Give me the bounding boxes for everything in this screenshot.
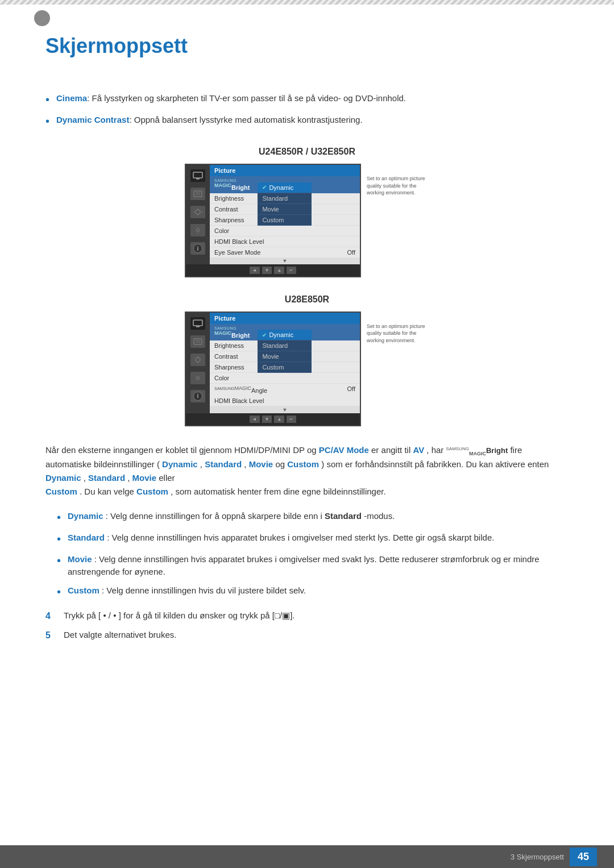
body-text-10: ,	[127, 473, 132, 483]
monitor1-magic-bright-row: SAMSUNG MAGICBright ✔ Dynamic	[210, 176, 360, 193]
sidebar-icon-display	[190, 169, 205, 182]
dynamic-contrast-label: Dynamic Contrast	[56, 115, 129, 124]
monitor2-color: Color	[210, 373, 360, 384]
footer-chapter: 3 Skjermoppsett	[511, 853, 564, 861]
body-text-3: , har	[426, 445, 446, 455]
monitor1-side-note: Set to an optimum picture quality suitab…	[367, 175, 429, 197]
monitor2-hdmi: HDMI Black Level	[210, 396, 360, 406]
svg-rect-12	[196, 326, 200, 327]
body-text-8: ) som er forhåndsinnstilt på fabrikken. …	[321, 459, 549, 469]
movie-highlight-1: Movie	[249, 459, 273, 469]
sidebar-icon-2-2	[190, 335, 205, 348]
monitor2-menu: Picture SAMSUNG MAGICBright ✔ Dyn	[210, 313, 360, 413]
monitor1-inner: i Picture SAMSUNG MAGICBright	[185, 164, 429, 277]
monitor2-side-note: Set to an optimum picture quality suitab…	[367, 323, 429, 344]
nav-btn-left-1[interactable]: ◄	[250, 267, 260, 274]
monitor1-eye-saver: Eye Saver Mode Off	[210, 247, 360, 258]
monitor2-nav-bar: ◄ ▼ ▲ ↵	[186, 413, 360, 425]
nav-btn-down-1[interactable]: ▼	[262, 267, 272, 274]
sidebar-icon-gear	[190, 224, 205, 236]
dropdown-item-movie-2: Movie	[258, 351, 312, 362]
monitor1-mockup: i Picture SAMSUNG MAGICBright	[45, 164, 569, 277]
svg-point-16	[196, 358, 200, 362]
custom-highlight-2: Custom	[45, 487, 77, 496]
bullet-dot-1: •	[45, 91, 49, 108]
eye-saver-value-1: Off	[347, 249, 355, 256]
bullet-custom: • Custom : Velg denne innstillingen hvis…	[57, 584, 569, 600]
bullet-standard: • Standard : Velg denne innstillingen hv…	[57, 531, 569, 547]
dynamic-mode-text2: -modus.	[364, 511, 395, 521]
nav-btn-up-2[interactable]: ▲	[274, 416, 284, 423]
body-text-2: er angitt til	[371, 445, 413, 455]
sidebar-icon-2	[190, 188, 205, 200]
bullet-dot-2: •	[45, 113, 49, 130]
sidebar-icon-display-2	[190, 317, 205, 330]
nav-btn-down-2[interactable]: ▼	[262, 416, 272, 423]
cinema-label: Cinema	[56, 93, 87, 103]
num-label-4: 4	[45, 609, 57, 623]
dropdown-item-movie-1: Movie	[258, 204, 312, 215]
magic-angle-label: SAMSUNGMAGICAngle	[214, 385, 267, 394]
monitor1-sidebar: i	[186, 165, 210, 264]
nav-btn-enter-1[interactable]: ↵	[287, 267, 296, 274]
svg-rect-0	[193, 172, 202, 178]
monitor1-menu: Picture SAMSUNG MAGICBright ✔	[210, 165, 360, 264]
numbered-item-5: 5 Det valgte alternativet brukes.	[45, 629, 569, 642]
monitor1-section-title: U24E850R / U32E850R	[45, 147, 569, 157]
nav-btn-left-2[interactable]: ◄	[250, 416, 260, 423]
custom-highlight-3: Custom	[136, 487, 168, 496]
bullet-dynamic-contrast: • Dynamic Contrast: Oppnå balansert lyss…	[45, 114, 569, 130]
movie-mode-text: : Velg denne innstillingen hvis apparate…	[68, 554, 540, 577]
dynamic-highlight-2: Dynamic	[45, 473, 81, 483]
nav-btn-enter-2[interactable]: ↵	[287, 416, 296, 423]
nav-btn-up-1[interactable]: ▲	[274, 267, 284, 274]
body-text-1: Når den eksterne inngangen er koblet til…	[45, 445, 319, 455]
bullet-movie: • Movie : Velg denne innstillingen hvis …	[57, 553, 569, 579]
monitor2-frame: i Picture SAMSUNG MAGICBright	[185, 312, 361, 426]
monitor2-magic-bright-row: SAMSUNG MAGICBright ✔ Dynamic Standard	[210, 324, 360, 341]
monitor1-body: i Picture SAMSUNG MAGICBright	[186, 165, 360, 264]
scroll-arrow-1: ▼	[210, 258, 360, 264]
bullet-movie-text: Movie : Velg denne innstillingen hvis ap…	[68, 553, 569, 579]
sidebar-icon-info: i	[190, 242, 205, 255]
custom-mode-text: : Velg denne innstillingen hvis du vil j…	[102, 585, 306, 595]
movie-highlight-2: Movie	[132, 473, 157, 483]
magic-bright-text-1: MAGICBright	[214, 182, 250, 191]
monitor2-body: i Picture SAMSUNG MAGICBright	[186, 313, 360, 413]
bullet-dot-movie: •	[57, 552, 61, 569]
sidebar-icon-3	[190, 206, 205, 218]
monitor2-menu-header: Picture	[210, 313, 360, 324]
monitor1-hdmi: HDMI Black Level	[210, 236, 360, 247]
body-text-13: , som automatisk henter frem dine egne b…	[171, 487, 386, 496]
monitor1-menu-header: Picture	[210, 165, 360, 176]
monitor2-mockup: i Picture SAMSUNG MAGICBright	[45, 312, 569, 426]
footer-page-number: 45	[570, 848, 597, 866]
bullet-dot-standard: •	[57, 530, 61, 547]
samsung-super-2: SAMSUNG	[214, 326, 250, 330]
body-text-6: ,	[244, 459, 248, 469]
body-paragraph: Når den eksterne inngangen er koblet til…	[45, 443, 569, 499]
page-footer: 3 Skjermoppsett 45	[0, 845, 614, 868]
monitor1-nav-bar: ◄ ▼ ▲ ↵	[186, 264, 360, 276]
monitor2-sidebar: i	[186, 313, 210, 413]
body-text-5: ,	[200, 459, 205, 469]
dropdown-dynamic-label-1: Dynamic	[269, 184, 293, 191]
body-text-7: og	[275, 459, 287, 469]
body-text-12: . Du kan velge	[80, 487, 136, 496]
monitor2-dropdown: ✔ Dynamic Standard Movie Custom	[258, 330, 312, 373]
monitor2-magic-bright-label: SAMSUNG MAGICBright	[214, 326, 250, 339]
num-5-text: Det valgte alternativet brukes.	[64, 629, 176, 642]
standard-mode-text: : Velg denne innstillingen hvis apparate…	[107, 533, 494, 542]
svg-rect-1	[196, 178, 200, 180]
svg-rect-2	[194, 191, 202, 197]
dropdown-item-custom-2: Custom	[258, 362, 312, 373]
sidebar-icon-gear-2	[190, 372, 205, 384]
av-highlight: AV	[413, 445, 424, 455]
bullet-dynamic-text: Dynamic : Velg denne innstillingen for å…	[68, 510, 395, 523]
dynamic-mode-text: : Velg denne innstillingen for å oppnå s…	[106, 511, 325, 521]
standard-bold: Standard	[325, 511, 362, 521]
pc-av-mode-highlight: PC/AV Mode	[319, 445, 369, 455]
dropdown-item-custom-1: Custom	[258, 215, 312, 226]
bullet-standard-text: Standard : Velg denne innstillingen hvis…	[68, 531, 494, 545]
eye-saver-label-1: Eye Saver Mode	[214, 249, 260, 256]
